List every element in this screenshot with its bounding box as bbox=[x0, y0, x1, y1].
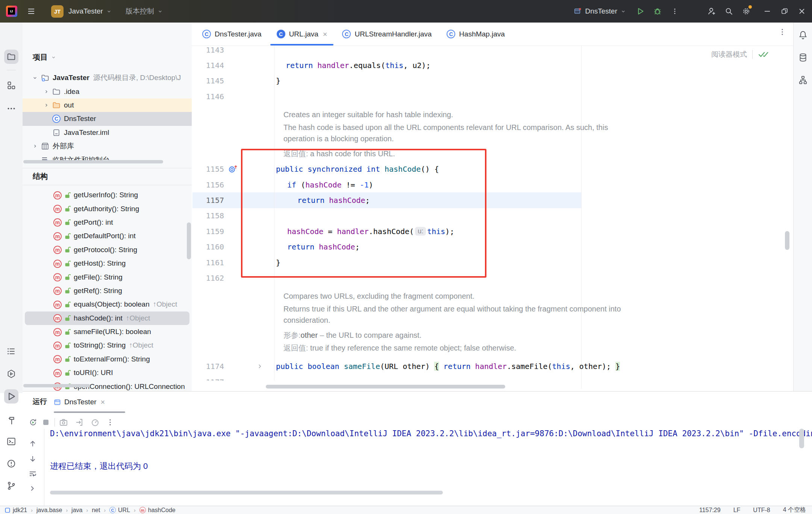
run-button[interactable] bbox=[632, 0, 649, 23]
code-with-me-button[interactable] bbox=[703, 0, 720, 23]
stop-button[interactable] bbox=[39, 419, 52, 426]
project-tree-item[interactable]: C DnsTester bbox=[23, 112, 192, 125]
minimize-button[interactable] bbox=[759, 0, 776, 23]
structure-item-label: getAuthority(): String bbox=[74, 205, 139, 213]
structure-item[interactable]: m getFile(): String bbox=[23, 270, 192, 284]
breadcrumb-item[interactable]: java.base bbox=[36, 507, 62, 514]
code-line[interactable]: 1144 return handler.equals(this, u2); bbox=[192, 57, 783, 73]
scroll-down-button[interactable] bbox=[28, 454, 37, 463]
project-tree-item[interactable]: .idea bbox=[23, 85, 192, 98]
structure-item[interactable]: m getPort(): int bbox=[23, 216, 192, 229]
more-actions-button[interactable] bbox=[666, 0, 683, 23]
chevron-right-icon[interactable] bbox=[43, 102, 49, 108]
more-tools-button[interactable] bbox=[4, 101, 18, 116]
breadcrumb-item[interactable]: CURL bbox=[109, 507, 130, 514]
expand-gutter-button[interactable] bbox=[28, 484, 36, 493]
breadcrumb-item[interactable]: net bbox=[92, 507, 100, 514]
run-tab[interactable]: DnsTester × bbox=[54, 394, 105, 410]
structure-item[interactable]: m getRef(): String bbox=[23, 284, 192, 298]
structure-item[interactable]: m getUserInfo(): String bbox=[23, 188, 192, 202]
chevron-down-icon[interactable] bbox=[32, 75, 38, 81]
run-tool-button[interactable] bbox=[4, 389, 18, 404]
soft-wrap-button[interactable] bbox=[28, 469, 37, 478]
structure-horizontal-scrollbar[interactable] bbox=[23, 384, 90, 387]
terminal-tool-button[interactable] bbox=[4, 434, 18, 449]
editor-area: C DnsTester.java C URL.java × C URLStrea… bbox=[192, 23, 793, 391]
project-tree-item[interactable]: JavaTester.iml bbox=[23, 126, 192, 139]
breadcrumb-item[interactable]: jdk21 bbox=[5, 507, 27, 514]
structure-item[interactable]: m toString(): String ↑Object bbox=[23, 339, 192, 352]
editor-tab[interactable]: C DnsTester.java bbox=[195, 23, 269, 45]
console-vertical-scrollbar[interactable] bbox=[799, 429, 804, 448]
editor-vertical-scrollbar[interactable] bbox=[785, 231, 789, 250]
notifications-button[interactable] bbox=[796, 28, 810, 42]
editor-tab[interactable]: C URL.java × bbox=[269, 23, 335, 45]
chevron-right-icon[interactable] bbox=[32, 143, 38, 149]
fold-arrow-icon[interactable] bbox=[256, 363, 263, 370]
project-widget[interactable]: JavaTester bbox=[68, 7, 112, 15]
caret-position-widget[interactable]: 1157:29 bbox=[699, 507, 721, 514]
override-marker-icon[interactable] bbox=[228, 164, 238, 174]
vcs-widget[interactable]: 版本控制 bbox=[126, 6, 163, 16]
project-tree-item[interactable]: JavaTester 源代码根目录, D:\Desktop\J bbox=[23, 71, 192, 85]
run-configuration-widget[interactable]: DnsTester bbox=[574, 7, 626, 15]
close-icon[interactable]: × bbox=[101, 398, 105, 406]
structure-item[interactable]: m equals(Object): boolean ↑Object bbox=[23, 298, 192, 311]
editor-tab[interactable]: C HashMap.java bbox=[439, 23, 512, 45]
line-number: 1159 bbox=[192, 224, 224, 239]
hierarchy-tool-button[interactable] bbox=[796, 73, 810, 87]
list-icon bbox=[6, 346, 16, 356]
breadcrumb-item[interactable]: mhashCode bbox=[139, 507, 176, 514]
breadcrumb-item[interactable]: java bbox=[71, 507, 82, 514]
code-line[interactable]: 1145 } bbox=[192, 73, 783, 89]
close-button[interactable] bbox=[793, 0, 810, 23]
project-icon[interactable]: JT bbox=[51, 5, 64, 18]
profiler-button[interactable] bbox=[89, 418, 102, 427]
encoding-widget[interactable]: UTF-8 bbox=[753, 507, 770, 514]
code-line[interactable]: 1143 bbox=[192, 45, 783, 57]
rerun-button[interactable] bbox=[27, 418, 39, 427]
build-tool-button[interactable] bbox=[4, 414, 18, 428]
inspections-ok-icon[interactable] bbox=[758, 50, 769, 59]
main-menu-button[interactable] bbox=[23, 0, 40, 23]
todo-tool-button[interactable] bbox=[4, 344, 18, 358]
tab-options-button[interactable] bbox=[778, 28, 786, 36]
structure-item[interactable]: m hashCode(): int ↑Object bbox=[25, 311, 189, 325]
code-line[interactable]: 1177 bbox=[192, 374, 783, 381]
structure-item[interactable]: m toExternalForm(): String bbox=[23, 352, 192, 366]
structure-item[interactable]: m getProtocol(): String bbox=[23, 243, 192, 257]
project-horizontal-scrollbar[interactable] bbox=[23, 160, 163, 163]
vcs-tool-button[interactable] bbox=[4, 479, 18, 493]
search-everywhere-button[interactable] bbox=[720, 0, 738, 23]
project-tree-item[interactable]: 外部库 bbox=[23, 139, 192, 153]
editor-horizontal-scrollbar[interactable] bbox=[266, 385, 505, 389]
chevron-right-icon[interactable] bbox=[43, 89, 49, 95]
code-line[interactable]: 1174 public boolean sameFile(URL other) … bbox=[192, 359, 783, 374]
indent-widget[interactable]: 4 个空格 bbox=[783, 506, 806, 514]
structure-tool-button[interactable] bbox=[4, 78, 18, 92]
structure-item[interactable]: m sameFile(URL): boolean bbox=[23, 325, 192, 339]
console-more-button[interactable] bbox=[104, 418, 117, 426]
line-separator-widget[interactable]: LF bbox=[733, 507, 741, 514]
structure-item[interactable]: m toURI(): URI bbox=[23, 366, 192, 379]
export-button[interactable] bbox=[73, 418, 86, 427]
console-horizontal-scrollbar[interactable] bbox=[50, 491, 443, 494]
structure-item[interactable]: m getAuthority(): String bbox=[23, 202, 192, 215]
database-tool-button[interactable] bbox=[796, 50, 810, 65]
structure-vertical-scrollbar[interactable] bbox=[187, 222, 191, 259]
settings-button[interactable] bbox=[738, 0, 755, 23]
thread-dump-button[interactable] bbox=[57, 418, 70, 427]
structure-item[interactable]: m getDefaultPort(): int bbox=[23, 229, 192, 243]
scroll-up-button[interactable] bbox=[28, 439, 37, 448]
structure-item[interactable]: m getHost(): String bbox=[23, 257, 192, 270]
editor-tab[interactable]: C URLStreamHandler.java bbox=[335, 23, 439, 45]
project-tree-item[interactable]: out bbox=[23, 98, 192, 112]
project-tool-button[interactable] bbox=[4, 50, 18, 64]
restore-button[interactable] bbox=[776, 0, 793, 23]
close-tab-icon[interactable]: × bbox=[323, 30, 327, 38]
chevron-down-icon[interactable] bbox=[51, 54, 56, 60]
problems-tool-button[interactable] bbox=[4, 457, 18, 471]
debug-button[interactable] bbox=[649, 0, 666, 23]
code-line[interactable]: 1146 bbox=[192, 89, 783, 104]
services-tool-button[interactable] bbox=[4, 367, 18, 381]
